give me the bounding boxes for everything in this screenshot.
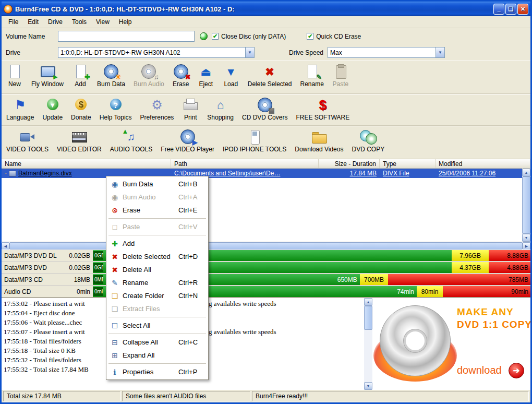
burn-audio-button[interactable]: ♫ Burn Audio xyxy=(132,63,166,89)
free-software-button[interactable]: $ FREE SOFTWARE xyxy=(294,96,351,122)
table-row[interactable]: - BatmanBegins.divx C:\Documents and Set… xyxy=(2,169,525,178)
toolbar-icon: ▤ xyxy=(257,97,273,113)
column-header[interactable]: Name xyxy=(2,159,171,168)
scroll-left-icon[interactable]: ◀ xyxy=(2,242,9,250)
scroll-up-icon[interactable]: ▲ xyxy=(364,298,372,306)
burn-data-button[interactable]: ✳ Burn Data xyxy=(95,63,127,89)
ctx-add[interactable]: ✚ Add xyxy=(107,237,207,250)
toolbar-icon: ▸ xyxy=(39,64,56,79)
rename-button[interactable]: ✎ Rename xyxy=(299,63,325,89)
menu-tools[interactable]: Tools xyxy=(67,17,91,27)
menu-drive[interactable]: Drive xyxy=(43,17,67,27)
scroll-up-icon[interactable]: ▲ xyxy=(522,169,530,176)
print-button[interactable]: Print xyxy=(180,96,200,122)
free-video-player-button[interactable]: ▶ Free VIDEO Player xyxy=(159,128,216,154)
close-button[interactable]: ✕ xyxy=(517,4,528,15)
scrollbar-thumb[interactable] xyxy=(522,176,530,234)
ctx-expand-all[interactable]: ⊞ Expand All xyxy=(107,349,207,362)
download-videos-button[interactable]: Download Videos xyxy=(293,128,345,154)
drive-select[interactable]: 1:0:0,D: HL-DT-STDVD+-RW GH30N A102 ▼ xyxy=(58,47,255,58)
column-header[interactable]: Path xyxy=(171,159,319,168)
fly-window-button[interactable]: ▸ Fly Window xyxy=(30,63,65,89)
audio-tools-button[interactable]: ♫▲ AUDIO TOOLS xyxy=(108,128,154,154)
add-button[interactable]: ✚ Add xyxy=(70,63,90,89)
ctx-properties[interactable]: ℹ Properties Ctrl+P xyxy=(107,365,207,378)
help-topics-button[interactable]: ? Help Topics xyxy=(98,96,134,122)
video-tools-button[interactable]: VIDEO TOOLS xyxy=(5,128,50,154)
ctx-extract-files[interactable]: ❏ Extract Files xyxy=(107,302,207,315)
scroll-down-icon[interactable]: ▼ xyxy=(522,234,530,242)
drive-speed-select[interactable]: Max ▼ xyxy=(328,47,445,58)
chevron-down-icon[interactable]: ▼ xyxy=(245,47,254,57)
ctx-collapse-all[interactable]: ⊟ Collapse All Ctrl+C xyxy=(107,336,207,349)
paste-button[interactable]: Paste xyxy=(331,63,350,89)
capacity-red-segment: 90min xyxy=(443,286,530,297)
close-disc-label: Close Disc (only DATA) xyxy=(221,33,286,40)
close-disc-checkbox[interactable]: ✔ xyxy=(212,33,219,40)
download-link[interactable]: download xyxy=(457,364,502,376)
dvd-copy-ad[interactable]: MAKE ANY DVD 1:1 COPY download ➔ xyxy=(372,298,530,390)
volume-name-input[interactable] xyxy=(58,31,195,42)
delete-selected-button[interactable]: ✖ Delete Selected xyxy=(246,63,294,89)
ctx-burn-audio[interactable]: ◉ Burn Audio Ctrl+A xyxy=(107,191,207,204)
ctx-burn-data[interactable]: ◉ Burn Data Ctrl+B xyxy=(107,177,207,191)
video-editor-button[interactable]: VIDEO EDITOR xyxy=(55,128,103,154)
scrollbar-thumb[interactable] xyxy=(9,242,523,249)
filelist-header: Name Path Size - Duration Type Modified xyxy=(2,159,530,169)
scrollbar-track[interactable] xyxy=(364,330,372,382)
ctx-rename[interactable]: ✎ Rename Ctrl+R xyxy=(107,276,207,289)
menu-file[interactable]: File xyxy=(4,17,23,27)
drive-selected-value: 1:0:0,D: HL-DT-STDVD+-RW GH30N A102 xyxy=(58,49,245,56)
volume-help-icon[interactable] xyxy=(200,32,208,40)
menu-separator xyxy=(108,218,206,219)
toolbar-icon xyxy=(71,129,88,145)
update-button[interactable]: ▼ Update xyxy=(41,96,64,122)
list-horizontal-scrollbar[interactable]: ◀ ▶ xyxy=(2,242,530,249)
ctx-select-all[interactable]: ☐ Select All xyxy=(107,319,207,332)
maximize-button[interactable]: ❏ xyxy=(505,4,516,15)
capacity-value: 0min xyxy=(77,288,90,295)
shopping-button[interactable]: ⌂ Shopping xyxy=(205,96,235,122)
language-button[interactable]: ⚑ Language xyxy=(5,96,35,122)
toolbar-icon: ✖ xyxy=(261,64,278,79)
donate-button[interactable]: $ Donate xyxy=(69,96,93,122)
menu-item-icon: ℹ xyxy=(109,369,120,376)
load-button[interactable]: ▼ Load xyxy=(221,63,241,89)
ctx-create-folder[interactable]: ❏ Create Folder Ctrl+N xyxy=(107,289,207,302)
column-header[interactable]: Modified xyxy=(436,159,530,168)
menu-edit[interactable]: Edit xyxy=(23,17,43,27)
chevron-down-icon[interactable]: ▼ xyxy=(436,47,444,57)
list-vertical-scrollbar[interactable]: ▲ ▼ xyxy=(522,169,530,242)
eject-button[interactable]: ⏏ Eject xyxy=(196,63,216,89)
ctx-erase[interactable]: ⊗ Erase Ctrl+E xyxy=(107,204,207,217)
ipod-iphone-tools-button[interactable]: IPOD IPHONE TOOLS xyxy=(221,128,288,154)
scroll-down-icon[interactable]: ▼ xyxy=(364,382,372,390)
toolbar-main: New ▸ Fly Window ✚ Add ✳ Burn Data ♫ Bur… xyxy=(2,61,530,94)
erase-button[interactable]: ✖ Erase xyxy=(171,63,191,89)
minimize-button[interactable]: _ xyxy=(493,4,504,15)
scroll-right-icon[interactable]: ▶ xyxy=(523,242,530,250)
menu-view[interactable]: View xyxy=(91,17,114,27)
quick-erase-checkbox[interactable]: ✔ xyxy=(307,33,313,40)
menu-bar: File Edit Drive Tools View Help xyxy=(2,16,530,28)
menu-help[interactable]: Help xyxy=(114,17,137,27)
scrollbar-thumb[interactable] xyxy=(364,306,372,330)
column-header[interactable]: Type xyxy=(380,159,436,168)
drive-speed-label: Drive Speed xyxy=(289,49,323,56)
log-vertical-scrollbar[interactable]: ▲ ▼ xyxy=(364,298,372,390)
toolbar-icon: ✳ xyxy=(103,64,119,79)
cd-dvd-covers-button[interactable]: ▤ CD DVD Covers xyxy=(240,96,289,122)
preferences-button[interactable]: ⚙ Preferences xyxy=(139,96,176,122)
ctx-delete-selected[interactable]: ✖ Delete Selected Ctrl+D xyxy=(107,250,207,263)
column-header[interactable]: Size - Duration xyxy=(319,159,380,168)
new-button[interactable]: New xyxy=(5,63,25,89)
ctx-paste[interactable]: □ Paste Ctrl+V xyxy=(107,220,207,233)
capacity-label: Data/MP3 DVD DL xyxy=(4,252,57,259)
menu-separator xyxy=(108,334,206,334)
download-arrow-icon[interactable]: ➔ xyxy=(509,363,524,378)
menu-item-icon: ✚ xyxy=(109,240,120,247)
toolbar-icon: ♫▲ xyxy=(123,129,140,145)
dvd-copy-button[interactable]: DVD COPY xyxy=(350,128,386,154)
tree-expander[interactable]: - xyxy=(5,170,7,177)
ctx-delete-all[interactable]: ✖ Delete All xyxy=(107,263,207,276)
